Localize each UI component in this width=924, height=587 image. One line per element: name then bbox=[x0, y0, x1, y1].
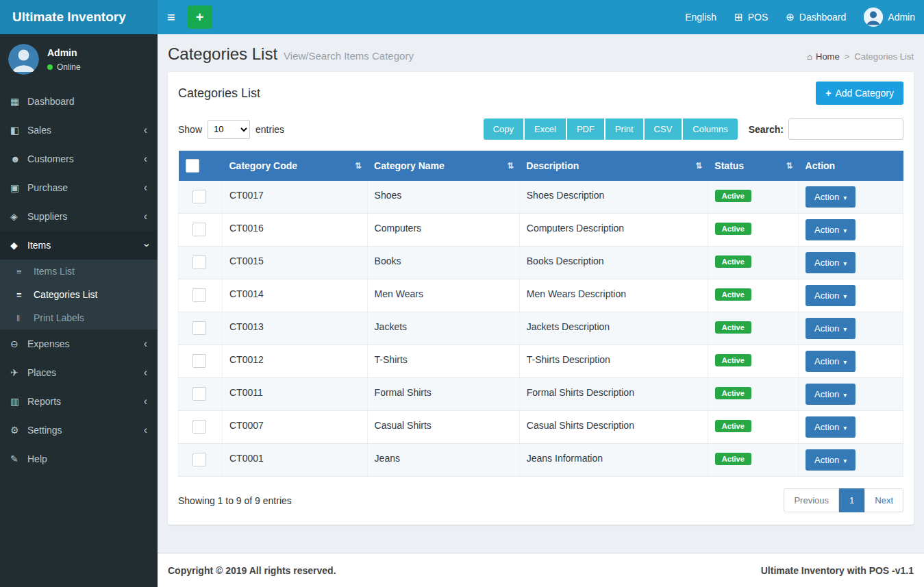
sidebar-item-help[interactable]: ✎Help bbox=[0, 445, 158, 473]
cell-category-name: Jackets bbox=[367, 312, 519, 345]
row-action-button[interactable]: Action▾ bbox=[806, 285, 856, 306]
places-icon: ✈ bbox=[10, 367, 27, 378]
add-category-label: Add Category bbox=[835, 88, 894, 99]
quick-add-button[interactable]: + bbox=[188, 5, 212, 29]
status-badge: Active bbox=[715, 420, 751, 432]
caret-down-icon: ▾ bbox=[843, 292, 847, 300]
sidebar-item-sales[interactable]: ◧Sales‹ bbox=[0, 116, 158, 145]
row-action-button[interactable]: Action▾ bbox=[806, 186, 856, 208]
export-excel-button[interactable]: Excel bbox=[525, 118, 566, 140]
cell-category-code: CT0013 bbox=[223, 312, 368, 345]
add-category-button[interactable]: + Add Category bbox=[816, 82, 903, 105]
row-checkbox[interactable] bbox=[192, 288, 206, 302]
customers-icon: ☻ bbox=[10, 153, 27, 164]
sidebar-item-label: Expenses bbox=[27, 338, 69, 349]
row-action-button[interactable]: Action▾ bbox=[806, 219, 856, 240]
row-checkbox[interactable] bbox=[192, 223, 206, 236]
sidebar-subitem-categories-list[interactable]: ≡Categories List bbox=[0, 283, 158, 306]
breadcrumb-current: Categories List bbox=[854, 51, 914, 62]
cell-category-code: CT0007 bbox=[223, 411, 368, 444]
table-footer: Showing 1 to 9 of 9 entries Previous1Nex… bbox=[168, 477, 914, 512]
nav-user-menu[interactable]: Admin bbox=[855, 0, 924, 34]
status-badge: Active bbox=[715, 190, 751, 202]
table-row: CT0012T-ShirtsT-Shirts DescriptionActive… bbox=[179, 345, 903, 378]
chevron-left-icon: ‹ bbox=[144, 425, 147, 436]
cell-category-name: Computers bbox=[367, 214, 519, 247]
sidebar-item-settings[interactable]: ⚙Settings‹ bbox=[0, 416, 158, 445]
export-columns-button[interactable]: Columns bbox=[683, 118, 737, 140]
cell-category-code: CT0017 bbox=[223, 181, 368, 214]
status-badge: Active bbox=[715, 321, 751, 334]
cell-category-name: Casual Shirts bbox=[367, 411, 519, 444]
export-pdf-button[interactable]: PDF bbox=[567, 118, 604, 140]
nav-language[interactable]: English bbox=[676, 0, 725, 34]
app-logo[interactable]: Ultimate Inventory bbox=[0, 0, 158, 34]
table-controls: Show 10 entries CopyExcelPDFPrintCSVColu… bbox=[168, 118, 914, 140]
breadcrumb-home-label: Home bbox=[816, 51, 840, 62]
status-badge: Active bbox=[715, 288, 751, 301]
row-checkbox[interactable] bbox=[192, 321, 206, 335]
export-print-button[interactable]: Print bbox=[605, 118, 643, 140]
row-checkbox[interactable] bbox=[192, 255, 206, 269]
list-icon: ≡ bbox=[16, 266, 27, 277]
sort-icon: ⇅ bbox=[355, 161, 362, 171]
row-checkbox[interactable] bbox=[192, 190, 206, 203]
search-input[interactable] bbox=[788, 118, 903, 140]
sidebar-item-purchase[interactable]: ▣Purchase‹ bbox=[0, 173, 158, 202]
column-header-description[interactable]: Description⇅ bbox=[519, 151, 708, 181]
sidebar-subitem-items-list[interactable]: ≡Items List bbox=[0, 260, 158, 283]
caret-down-icon: ▾ bbox=[843, 424, 847, 432]
select-all-header bbox=[179, 151, 223, 181]
sidebar-item-customers[interactable]: ☻Customers‹ bbox=[0, 145, 158, 173]
cell-category-code: CT0011 bbox=[223, 378, 368, 411]
column-header-status[interactable]: Status⇅ bbox=[708, 151, 798, 181]
row-action-button[interactable]: Action▾ bbox=[806, 384, 856, 405]
nav-pos[interactable]: ⊞ POS bbox=[725, 0, 777, 34]
row-checkbox[interactable] bbox=[192, 354, 206, 368]
row-action-button[interactable]: Action▾ bbox=[806, 449, 856, 471]
table-row: CT0015BooksBooks DescriptionActiveAction… bbox=[179, 247, 903, 279]
sidebar-toggle-button[interactable]: ≡ bbox=[158, 0, 185, 34]
cell-category-name: Shoes bbox=[367, 181, 519, 214]
row-action-button[interactable]: Action▾ bbox=[806, 252, 856, 273]
dashboard-icon: ▦ bbox=[10, 96, 27, 107]
breadcrumb: ⌂ Home > Categories List bbox=[807, 51, 914, 62]
column-header-category-name[interactable]: Category Name⇅ bbox=[367, 151, 519, 181]
sidebar-subitem-print-labels[interactable]: ‖Print Labels bbox=[0, 306, 158, 329]
table-head: Category Code⇅Category Name⇅Description⇅… bbox=[179, 151, 903, 181]
row-action-button[interactable]: Action▾ bbox=[806, 416, 856, 438]
sidebar-item-dashboard[interactable]: ▦Dashboard bbox=[0, 87, 158, 116]
pagination-page-1[interactable]: 1 bbox=[839, 488, 864, 512]
row-action-button[interactable]: Action▾ bbox=[806, 318, 856, 339]
cell-description: Shoes Description bbox=[519, 181, 708, 214]
status-badge: Active bbox=[715, 387, 751, 399]
cell-category-code: CT0016 bbox=[223, 214, 368, 247]
sidebar-item-label: Sales bbox=[27, 125, 51, 136]
breadcrumb-home[interactable]: ⌂ Home bbox=[807, 51, 840, 62]
column-header-category-code[interactable]: Category Code⇅ bbox=[223, 151, 368, 181]
sidebar-item-label: Help bbox=[27, 453, 47, 464]
export-csv-button[interactable]: CSV bbox=[645, 118, 682, 140]
sidebar-item-suppliers[interactable]: ◈Suppliers‹ bbox=[0, 202, 158, 231]
sidebar-item-items[interactable]: ◆Items‹ bbox=[0, 231, 158, 260]
pagination-next-button[interactable]: Next bbox=[864, 488, 903, 512]
export-copy-button[interactable]: Copy bbox=[484, 118, 523, 140]
categories-table: Category Code⇅Category Name⇅Description⇅… bbox=[178, 151, 903, 477]
sidebar-item-reports[interactable]: ▥Reports‹ bbox=[0, 387, 158, 416]
select-all-checkbox[interactable] bbox=[186, 159, 199, 173]
status-badge: Active bbox=[715, 453, 751, 465]
row-checkbox[interactable] bbox=[192, 420, 206, 434]
pagination-previous-button[interactable]: Previous bbox=[784, 488, 839, 512]
caret-down-icon: ▾ bbox=[843, 457, 847, 464]
sales-icon: ◧ bbox=[10, 125, 27, 136]
entries-select[interactable]: 10 bbox=[208, 120, 250, 139]
sidebar-item-expenses[interactable]: ⊖Expenses‹ bbox=[0, 329, 158, 358]
row-action-button[interactable]: Action▾ bbox=[806, 351, 856, 372]
cell-description: Jackets Description bbox=[519, 312, 708, 345]
sidebar-subitem-label: Print Labels bbox=[34, 312, 84, 323]
row-checkbox[interactable] bbox=[192, 387, 206, 401]
cell-category-name: Books bbox=[367, 247, 519, 279]
sidebar-item-places[interactable]: ✈Places‹ bbox=[0, 358, 158, 387]
nav-dashboard[interactable]: ⊕ Dashboard bbox=[777, 0, 855, 34]
row-checkbox[interactable] bbox=[192, 453, 206, 466]
